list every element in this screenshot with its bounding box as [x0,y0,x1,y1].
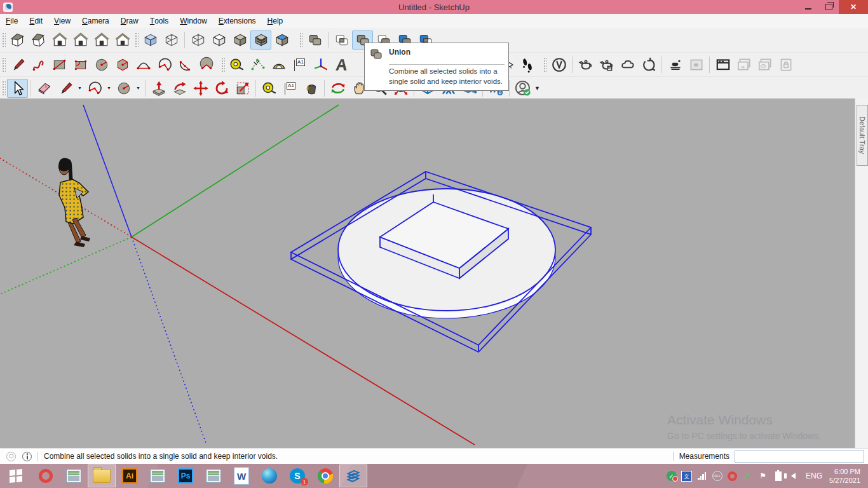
menu-file[interactable]: File [0,14,24,28]
move-tool-button[interactable] [190,79,211,98]
viewport[interactable]: Activate Windows Go to PC settings to ac… [0,98,855,448]
opera-tray-icon[interactable] [727,471,738,482]
shaded-style-button[interactable] [229,30,250,50]
select-tool-button[interactable] [7,79,28,98]
freehand-tool-button[interactable] [28,55,49,74]
account-dropdown[interactable]: ▼ [533,79,541,98]
arc-tool-button[interactable] [133,55,154,74]
hidden-line-style-button[interactable] [208,30,229,50]
push-pull-button[interactable] [148,79,169,98]
vray-interactive-render-button[interactable] [596,55,617,74]
geolocation-icon[interactable] [6,452,16,461]
tape-measure-button[interactable] [226,55,247,74]
menu-tools[interactable]: Tools [144,14,174,28]
circle-tool-button[interactable] [91,55,112,74]
left-view-button[interactable] [91,30,112,50]
axes-tool-button[interactable] [310,55,331,74]
menu-edit[interactable]: Edit [24,14,48,28]
3d-text-button[interactable] [331,55,352,74]
line-tool-button[interactable] [7,55,28,74]
protractor-button[interactable] [268,55,289,74]
taskbar-sketchup[interactable] [339,464,367,487]
back-edges-style-button[interactable] [161,30,182,50]
circle-tool-button[interactable] [113,79,134,98]
intersect-button[interactable] [331,30,352,50]
vray-asset-editor-button[interactable] [548,55,569,74]
shaded-with-textures-style-button[interactable] [250,30,271,50]
outer-shell-button[interactable] [304,30,325,50]
account-button[interactable] [512,79,533,98]
model-solid-group[interactable] [291,172,591,352]
line-tool-dropdown[interactable]: ▼ [76,79,84,98]
minimize-button[interactable] [798,0,818,14]
taskbar-skype[interactable]: S 1 [283,464,311,487]
walk-button[interactable] [517,55,538,74]
eraser-tool-button[interactable] [34,79,55,98]
battery-icon[interactable] [773,471,783,482]
right-view-button[interactable] [70,30,91,50]
toolbar-drag-handle[interactable] [543,57,547,73]
scale-figure[interactable] [58,158,90,247]
default-tray-tab[interactable]: Default Tray [857,105,868,166]
toolbar-drag-handle[interactable] [1,80,6,97]
vray-sync-button[interactable] [638,55,659,74]
rectangle-tool-button[interactable] [49,55,70,74]
monochrome-style-button[interactable] [271,30,292,50]
paint-bucket-button[interactable] [301,79,322,98]
menu-window[interactable]: Window [174,14,213,28]
start-button[interactable] [0,464,32,488]
restore-button[interactable] [818,0,839,14]
toolbar-drag-handle[interactable] [134,32,139,48]
taskbar-opera[interactable] [32,464,60,487]
info-icon[interactable] [22,452,32,461]
vray-cloud-buffer-button[interactable] [754,55,775,74]
flag-icon[interactable]: ⚑ [757,471,768,482]
back-view-button[interactable] [112,30,133,50]
polygon-tool-button[interactable] [112,55,133,74]
recording-indicator-icon[interactable]: ✓ [666,471,677,482]
top-view-button[interactable] [28,30,49,50]
menu-view[interactable]: View [48,14,76,28]
menu-extensions[interactable]: Extensions [213,14,262,28]
circle-tool-dropdown[interactable]: ▼ [134,79,142,98]
xray-style-button[interactable] [140,30,161,50]
viewport-canvas[interactable] [0,98,855,448]
measurements-input[interactable] [735,451,864,463]
vray-cloud-render-button[interactable] [617,55,638,74]
vray-batch-render-button[interactable] [733,55,754,74]
taskbar-app-window-3[interactable] [200,464,227,487]
vray-viewport-render-button[interactable] [686,55,707,74]
toolbar-drag-handle[interactable] [1,57,6,73]
front-view-button[interactable] [49,30,70,50]
vray-render-last-button[interactable] [665,55,686,74]
menu-draw[interactable]: Draw [115,14,144,28]
three-point-arc-tool-button[interactable] [175,55,196,74]
tape-measure-button[interactable] [259,79,280,98]
rotate-tool-button[interactable] [211,79,232,98]
vray-frame-buffer-button[interactable] [712,55,733,74]
toolbar-drag-handle[interactable] [220,57,225,73]
arc-tool-button[interactable] [84,79,105,98]
line-tool-button[interactable] [55,79,76,98]
taskbar-file-explorer[interactable] [88,464,116,487]
iso-view-button[interactable] [7,30,28,50]
arc-tool-dropdown[interactable]: ▼ [105,79,113,98]
volume-icon[interactable] [788,471,799,482]
pie-tool-button[interactable] [196,55,217,74]
taskbar-chrome[interactable] [311,464,339,487]
network-signal-icon[interactable] [696,471,707,482]
language-indicator[interactable]: ENG [803,471,825,480]
wireframe-style-button[interactable] [187,30,208,50]
dimensions-button[interactable] [247,55,268,74]
taskbar-app-window-2[interactable] [144,464,172,487]
clock[interactable]: 6:00 PM 5/27/2021 [829,467,863,485]
taskbar-word[interactable]: W [227,464,255,487]
vray-render-button[interactable] [575,55,596,74]
antivirus-check-icon[interactable]: ✔ [742,471,753,482]
follow-me-button[interactable] [169,79,190,98]
toolbar-drag-handle[interactable] [299,32,303,48]
text-tool-button[interactable]: A1 [289,55,310,74]
orbit-tool-button[interactable] [327,79,348,98]
text-tool-button[interactable]: A1 [280,79,301,98]
ime-icon[interactable]: 文 [681,471,692,482]
